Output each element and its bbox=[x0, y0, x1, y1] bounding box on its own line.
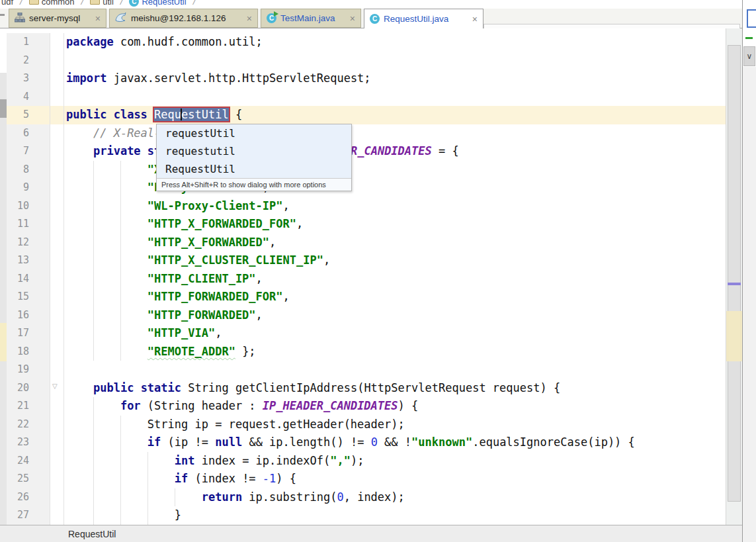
code-line-14[interactable]: 14 "HTTP_CLIENT_IP", bbox=[0, 270, 726, 289]
code-line-22[interactable]: 22 String ip = request.getHeader(header)… bbox=[0, 416, 726, 434]
rename-box[interactable]: RequestUtil bbox=[154, 108, 229, 121]
overview-annotation-cream[interactable] bbox=[726, 311, 743, 361]
code-text[interactable]: "HTTP_X_CLUSTER_CLIENT_IP", bbox=[64, 251, 726, 270]
tab-label: RequestUtil.java bbox=[384, 14, 448, 24]
fold-gutter bbox=[50, 306, 64, 325]
code-line-3[interactable]: 3import javax.servlet.http.HttpServletRe… bbox=[0, 69, 726, 88]
code-line-26[interactable]: 26 return ip.substring(0, index); bbox=[0, 488, 726, 507]
code-text[interactable]: } bbox=[64, 506, 726, 525]
line-number: 13 bbox=[7, 251, 50, 270]
code-line-2[interactable]: 2 bbox=[0, 52, 726, 70]
indent-guide bbox=[175, 488, 175, 507]
tab-close-icon[interactable]: × bbox=[243, 14, 252, 23]
code-line-9[interactable]: 9 "Proxy-Client-IP", bbox=[0, 179, 726, 197]
scrollbar-thumb[interactable] bbox=[728, 45, 741, 502]
token-kw: if bbox=[147, 435, 161, 449]
indent-guide bbox=[120, 161, 121, 179]
line-number: 8 bbox=[7, 161, 50, 179]
rename-proposal-list: requestUtilrequestutilRequestUtil bbox=[157, 124, 351, 178]
breadcrumb-item-util[interactable]: util bbox=[90, 0, 114, 7]
code-line-18[interactable]: 18 "REMOTE_ADDR" }; bbox=[0, 343, 726, 361]
breadcrumb-item-requestutil[interactable]: CRequestUtil bbox=[129, 0, 186, 7]
code-line-25[interactable]: 25 if (index != -1) { bbox=[0, 470, 726, 488]
indent-guide bbox=[93, 452, 94, 471]
code-text[interactable]: if (index != -1) { bbox=[64, 470, 726, 488]
token-pl: .equalsIgnoreCase(ip)) { bbox=[472, 435, 635, 449]
fold-marker-icon[interactable]: ▽ bbox=[52, 383, 58, 390]
fold-gutter bbox=[50, 488, 64, 507]
code-text[interactable]: "HTTP_X_FORWARDED", bbox=[64, 234, 726, 252]
code-line-4[interactable]: 4 bbox=[0, 88, 726, 107]
code-text[interactable]: package com.hudf.common.util; bbox=[64, 33, 726, 52]
rename-proposal-requestutil[interactable]: requestutil bbox=[157, 142, 351, 160]
line-number: 2 bbox=[7, 52, 50, 70]
tab-close-icon[interactable]: × bbox=[91, 14, 101, 23]
indent-guide bbox=[120, 197, 121, 216]
code-text[interactable] bbox=[64, 361, 726, 379]
code-text[interactable]: int index = ip.indexOf(","); bbox=[64, 452, 726, 471]
code-line-16[interactable]: 16 "HTTP_FORWARDED", bbox=[0, 306, 726, 325]
code-text[interactable]: "HTTP_CLIENT_IP", bbox=[64, 270, 726, 289]
breadcrumb-item-udf[interactable]: udf bbox=[1, 0, 13, 7]
code-line-1[interactable]: 1package com.hudf.common.util; bbox=[0, 33, 726, 52]
code-line-27[interactable]: 27 } bbox=[0, 506, 726, 525]
code-text[interactable]: if (ip != null && ip.length() != 0 && !"… bbox=[64, 433, 726, 452]
code-text[interactable]: "REMOTE_ADDR" }; bbox=[64, 343, 726, 361]
code-text[interactable]: "HTTP_FORWARDED", bbox=[64, 306, 726, 325]
code-text[interactable]: for (String header : IP_HEADER_CANDIDATE… bbox=[64, 397, 726, 416]
line-number: 23 bbox=[7, 433, 50, 452]
code-line-20[interactable]: 20▽ public static String getClientIpAddr… bbox=[0, 379, 726, 398]
code-line-7[interactable]: 7 private static final String[] IP_HEADE… bbox=[0, 142, 726, 161]
code-line-13[interactable]: 13 "HTTP_X_CLUSTER_CLIENT_IP", bbox=[0, 251, 726, 270]
code-text[interactable]: import javax.servlet.http.HttpServletReq… bbox=[64, 69, 726, 88]
fold-gutter bbox=[50, 142, 64, 161]
token-kw: if bbox=[175, 472, 188, 485]
token-st: "," bbox=[330, 454, 351, 467]
clipped-file-icon bbox=[747, 9, 756, 28]
code-rows: 1package com.hudf.common.util;23import j… bbox=[0, 28, 726, 525]
code-text[interactable]: "HTTP_VIA", bbox=[64, 324, 726, 343]
code-editor[interactable]: 1package com.hudf.common.util;23import j… bbox=[0, 28, 726, 525]
token-pl: String getClientIpAddress(HttpServletReq… bbox=[181, 381, 560, 394]
token-pl: , bbox=[283, 199, 290, 212]
chevron-down-icon[interactable]: ∨ bbox=[743, 46, 755, 66]
code-line-17[interactable]: 17 "HTTP_VIA", bbox=[0, 324, 726, 343]
tab-testmain.java[interactable]: CTestMain.java× bbox=[261, 9, 361, 28]
code-line-8[interactable]: 8 "X-Forwarded-For", bbox=[0, 161, 726, 179]
tab-requestutil.java[interactable]: CRequestUtil.java× bbox=[364, 9, 483, 28]
tab-server-mysql[interactable]: server-mysql× bbox=[9, 9, 106, 28]
code-text[interactable] bbox=[64, 88, 726, 107]
code-text[interactable]: "WL-Proxy-Client-IP", bbox=[64, 197, 726, 216]
tab-close-icon[interactable]: × bbox=[346, 14, 355, 23]
code-line-12[interactable]: 12 "HTTP_X_FORWARDED", bbox=[0, 234, 726, 252]
code-line-19[interactable]: 19 bbox=[0, 361, 726, 379]
code-line-10[interactable]: 10 "WL-Proxy-Client-IP", bbox=[0, 197, 726, 216]
code-text[interactable]: public static String getClientIpAddress(… bbox=[64, 379, 726, 398]
token-st: "WL-Proxy-Client-IP" bbox=[147, 199, 283, 212]
token-pl: (ip != bbox=[161, 435, 215, 449]
overview-annotation-purple[interactable] bbox=[728, 283, 741, 285]
code-text[interactable]: "HTTP_FORWARDED_FOR", bbox=[64, 288, 726, 306]
line-number: 22 bbox=[7, 416, 50, 434]
code-line-6[interactable]: 6 // X-Real-IP bbox=[0, 124, 726, 143]
tab-close-icon[interactable]: × bbox=[468, 15, 478, 24]
code-text[interactable]: public class RequestUtil { bbox=[64, 106, 726, 124]
code-line-11[interactable]: 11 "HTTP_X_FORWARDED_FOR", bbox=[0, 215, 726, 234]
code-line-24[interactable]: 24 int index = ip.indexOf(","); bbox=[0, 452, 726, 471]
code-text[interactable]: "HTTP_X_FORWARDED_FOR", bbox=[64, 215, 726, 234]
tab-meishu@192.168.1.126[interactable]: meishu@192.168.1.126× bbox=[109, 9, 258, 28]
code-line-21[interactable]: 21 for (String header : IP_HEADER_CANDID… bbox=[0, 397, 726, 416]
code-text[interactable] bbox=[64, 52, 726, 70]
rename-proposal-requestutil[interactable]: requestUtil bbox=[157, 124, 351, 142]
breadcrumb-row: udf/common/util/CRequestUtil/ bbox=[0, 0, 742, 8]
code-text[interactable]: return ip.substring(0, index); bbox=[64, 488, 726, 507]
rename-proposal-requestutil[interactable]: RequestUtil bbox=[157, 160, 351, 178]
fold-gutter bbox=[50, 179, 64, 197]
breadcrumb-item-common[interactable]: common bbox=[29, 0, 75, 7]
token-pl: , bbox=[296, 217, 303, 230]
code-line-23[interactable]: 23 if (ip != null && ip.length() != 0 &&… bbox=[0, 433, 726, 452]
code-line-15[interactable]: 15 "HTTP_FORWARDED_FOR", bbox=[0, 288, 726, 306]
vertical-scrollbar[interactable] bbox=[726, 28, 742, 525]
code-line-5[interactable]: 5public class RequestUtil { bbox=[0, 106, 726, 124]
code-text[interactable]: String ip = request.getHeader(header); bbox=[64, 416, 726, 434]
